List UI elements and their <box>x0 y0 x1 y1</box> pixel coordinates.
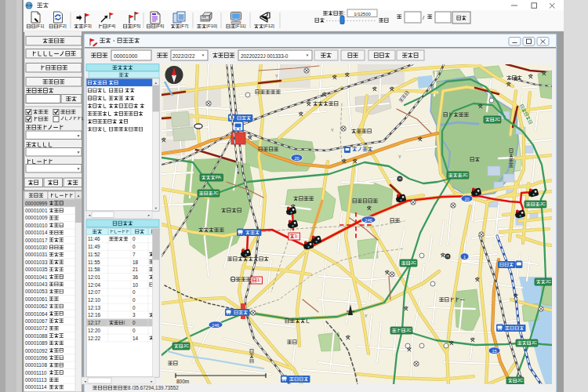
svg-text:[F4]: [F4] <box>107 24 116 28</box>
svg-text:▼: ▼ <box>306 53 309 57</box>
svg-text:(: ( <box>123 320 125 325</box>
svg-text:800m: 800m <box>176 379 189 384</box>
svg-text:0: 0 <box>132 305 136 310</box>
svg-text:[F6]: [F6] <box>156 24 165 28</box>
svg-text:00001114: 00001114 <box>25 384 47 390</box>
svg-text:2022/2/22: 2022/2/22 <box>172 53 195 59</box>
svg-text:▲: ▲ <box>154 81 158 85</box>
svg-text:12:04: 12:04 <box>88 282 100 288</box>
svg-text:[F12]: [F12] <box>263 24 274 28</box>
svg-text:00001110: 00001110 <box>25 370 47 376</box>
svg-text:0: 0 <box>132 244 136 249</box>
svg-text:00001108: 00001108 <box>25 362 47 368</box>
svg-text:00001001: 00001001 <box>25 208 48 213</box>
svg-text:12:17: 12:17 <box>88 320 100 325</box>
svg-text:00001072: 00001072 <box>25 325 48 331</box>
svg-text:JC: JC <box>517 378 523 383</box>
svg-text:11:49: 11:49 <box>88 244 100 249</box>
svg-text:00001043: 00001043 <box>25 281 48 287</box>
svg-text:1:: 1: <box>257 277 261 282</box>
svg-text:00001035: 00001035 <box>25 267 48 272</box>
svg-text:▼: ▼ <box>77 150 81 154</box>
svg-text:10: 10 <box>132 282 139 288</box>
svg-text:246: 246 <box>365 218 372 223</box>
svg-text:JC: JC <box>183 343 189 348</box>
svg-text:11:58: 11:58 <box>88 267 100 272</box>
svg-text:JC: JC <box>532 340 537 345</box>
svg-text:▲: ▲ <box>77 194 80 198</box>
svg-text:Y: Y <box>398 154 401 159</box>
svg-text:12:16: 12:16 <box>88 312 100 318</box>
svg-text:JC: JC <box>540 201 546 206</box>
svg-text:18: 18 <box>132 260 139 265</box>
svg-text:JC: JC <box>463 172 468 177</box>
svg-text:◄: ◄ <box>84 379 87 383</box>
svg-text:00001030: 00001030 <box>25 245 48 250</box>
svg-text:12:01: 12:01 <box>88 274 100 280</box>
svg-text:20: 20 <box>294 156 299 161</box>
svg-text:12:07: 12:07 <box>88 289 100 295</box>
svg-text:JC: JC <box>411 260 416 265</box>
svg-text:◄: ◄ <box>88 213 91 217</box>
svg-text:1:: 1: <box>295 233 299 238</box>
svg-text:PA: PA <box>216 175 221 180</box>
svg-text:00001088: 00001088 <box>25 333 48 339</box>
svg-text:JC: JC <box>495 117 500 122</box>
svg-text:JC: JC <box>213 191 219 195</box>
svg-text:[F10]: [F10] <box>206 24 217 28</box>
svg-text:00001031: 00001031 <box>25 252 48 257</box>
svg-text:0: 0 <box>132 328 136 333</box>
svg-text:12:10: 12:10 <box>88 297 100 303</box>
svg-text:00001061: 00001061 <box>25 296 48 302</box>
svg-text:00001062: 00001062 <box>25 303 48 309</box>
svg-text:15: 15 <box>492 349 496 354</box>
svg-text:0: 0 <box>132 320 136 325</box>
svg-text:20220222J 001333-0: 20220222J 001333-0 <box>241 53 289 59</box>
svg-text:21: 21 <box>132 267 139 272</box>
svg-text:12:22: 12:22 <box>88 336 100 341</box>
svg-text:▼: ▼ <box>201 53 205 57</box>
svg-text:246: 246 <box>212 323 219 328</box>
svg-text:00001000: 00001000 <box>114 53 137 59</box>
svg-text:0: 0 <box>132 297 136 303</box>
svg-text:0: 0 <box>132 289 136 295</box>
svg-text:00001010: 00001010 <box>25 223 48 228</box>
svg-text:Y: Y <box>331 128 334 132</box>
svg-text:8 /35.67294,139.73552: 8 /35.67294,139.73552 <box>128 385 179 390</box>
svg-text:0: 0 <box>132 236 136 241</box>
svg-text:H: H <box>398 176 401 181</box>
svg-text:00001064: 00001064 <box>25 311 48 317</box>
svg-text:Y: Y <box>275 74 278 78</box>
svg-text:00001014: 00001014 <box>25 230 48 235</box>
svg-text:00001033: 00001033 <box>25 260 48 265</box>
svg-text:11:52: 11:52 <box>88 252 100 257</box>
svg-text:00001067: 00001067 <box>25 318 48 324</box>
svg-text:1: 1 <box>463 255 466 260</box>
svg-text:00001017: 00001017 <box>25 238 48 243</box>
svg-text:12:13: 12:13 <box>88 305 100 310</box>
svg-text:[F7]: [F7] <box>180 24 189 28</box>
svg-text:00000999: 00000999 <box>25 201 48 206</box>
svg-text:12:20: 12:20 <box>88 328 100 333</box>
svg-text:►: ► <box>147 213 151 217</box>
svg-text:7: 7 <box>132 252 136 257</box>
svg-text:11:55: 11:55 <box>88 260 100 265</box>
svg-text:3: 3 <box>132 312 136 318</box>
svg-text:[F2]: [F2] <box>58 24 67 28</box>
svg-text:00001092: 00001092 <box>25 348 48 354</box>
svg-text:►: ► <box>151 379 154 383</box>
svg-text:▼: ▼ <box>77 133 81 138</box>
svg-text:11:46: 11:46 <box>88 236 100 241</box>
svg-text::: : <box>343 10 345 16</box>
svg-text:1/12500: 1/12500 <box>354 12 371 16</box>
svg-text:JC: JC <box>406 328 412 332</box>
svg-text:00001009: 00001009 <box>25 215 48 220</box>
svg-text:00001041: 00001041 <box>25 274 48 280</box>
svg-text:20: 20 <box>464 197 469 201</box>
svg-text:00001089: 00001089 <box>25 340 48 346</box>
svg-text:36: 36 <box>132 274 139 280</box>
svg-text:00001053: 00001053 <box>25 289 48 294</box>
svg-text:00001096: 00001096 <box>25 355 48 361</box>
svg-text:[F1]: [F1] <box>36 24 45 28</box>
svg-text:[F5]: [F5] <box>132 24 141 28</box>
